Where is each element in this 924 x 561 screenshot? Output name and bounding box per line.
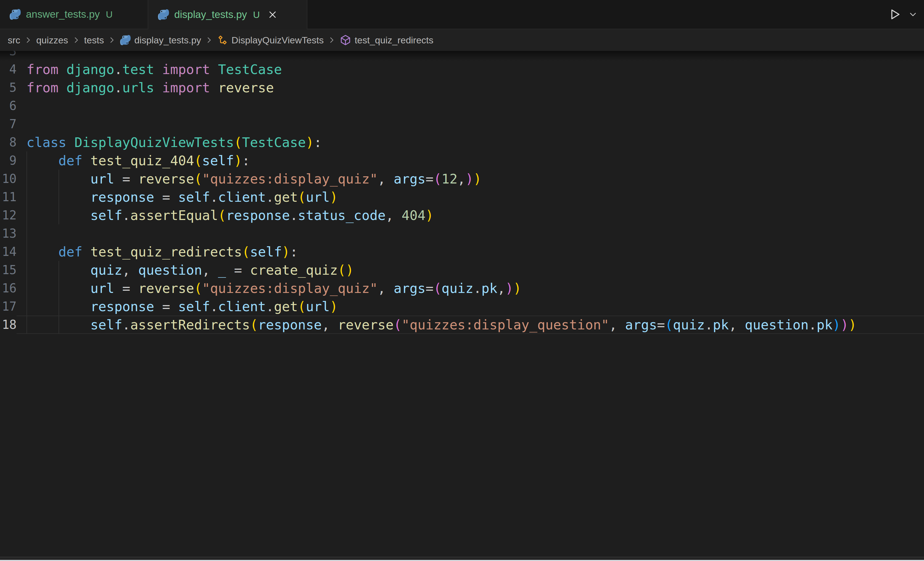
run-dropdown-chevron-icon[interactable] [909,10,917,19]
indent-guide [27,297,27,316]
code-line-14[interactable]: 14 def test_quiz_redirects(self): [0,243,924,261]
code-line-8[interactable]: 8class DisplayQuizViewTests(TestCase): [0,133,924,152]
python-file-icon [158,9,169,20]
code-text[interactable]: url = reverse("quizzes:display_quiz", ar… [16,170,924,188]
code-text[interactable]: class DisplayQuizViewTests(TestCase): [16,133,924,152]
breadcrumb-label: DisplayQuizViewTests [231,35,324,46]
indent-guide [27,224,27,243]
line-number: 17 [0,297,16,316]
code-line-3[interactable]: 3 [0,51,924,60]
breadcrumb-item-tests[interactable]: tests [84,35,104,46]
code-line-13[interactable]: 13 [0,224,924,243]
chevron-right-icon [24,36,32,44]
symbol-method-icon [340,34,351,46]
code-text[interactable]: response = self.client.get(url) [16,297,924,316]
line-number: 13 [0,224,16,243]
code-text[interactable]: from django.test import TestCase [16,60,924,78]
indent-guide [58,279,59,297]
line-number: 6 [0,97,16,115]
indent-guide [27,188,27,206]
line-number: 5 [0,78,16,97]
breadcrumb-item-class[interactable]: DisplayQuizViewTests [217,35,324,46]
line-number: 8 [0,133,16,152]
line-number: 16 [0,279,16,297]
code-line-16[interactable]: 16 url = reverse("quizzes:display_quiz",… [0,279,924,297]
code-text[interactable]: self.assertEqual(response.status_code, 4… [16,206,924,224]
code-text[interactable]: self.assertRedirects(response, reverse("… [16,316,924,334]
breadcrumb-item-quizzes[interactable]: quizzes [36,35,68,46]
code-line-9[interactable]: 9 def test_quiz_404(self): [0,152,924,170]
code-text[interactable] [16,51,924,60]
run-python-file-button[interactable] [889,8,902,21]
code-text[interactable]: def test_quiz_redirects(self): [16,243,924,261]
code-line-7[interactable]: 7 [0,115,924,133]
line-number: 15 [0,261,16,279]
code-text[interactable] [16,224,924,243]
indent-guide [27,243,27,261]
indent-guide [58,188,59,206]
chevron-right-icon [327,36,336,44]
code-line-4[interactable]: 4from django.test import TestCase [0,60,924,78]
chevron-right-icon [108,36,116,44]
code-line-5[interactable]: 5from django.urls import reverse [0,78,924,97]
code-text[interactable]: from django.urls import reverse [16,78,924,97]
breadcrumb: src quizzes tests display_tests.py [0,29,924,51]
editor-actions [889,0,917,29]
chevron-right-icon [72,36,80,44]
code-text[interactable] [16,97,924,115]
tab-answer-tests-py[interactable]: answer_tests.py U [0,0,148,29]
indent-guide [58,297,59,316]
code-line-6[interactable]: 6 [0,97,924,115]
line-number: 11 [0,188,16,206]
indent-guide [27,261,27,279]
close-icon[interactable] [267,9,279,21]
code-line-18[interactable]: 18 self.assertRedirects(response, revers… [0,316,924,334]
indent-guide [27,152,27,170]
python-file-icon [9,9,21,20]
python-file-icon [120,35,131,46]
line-number: 3 [0,51,16,60]
modified-badge: U [253,9,260,20]
code-text[interactable]: response = self.client.get(url) [16,188,924,206]
breadcrumb-label: src [8,35,20,46]
code-text[interactable]: quiz, question, _ = create_quiz() [16,261,924,279]
code-text[interactable] [16,115,924,133]
code-line-11[interactable]: 11 response = self.client.get(url) [0,188,924,206]
code-line-15[interactable]: 15 quiz, question, _ = create_quiz() [0,261,924,279]
window-bottom-strip [0,558,924,560]
line-number: 7 [0,115,16,133]
line-number: 18 [0,316,16,334]
taskbar-edge [0,560,924,561]
code-line-10[interactable]: 10 url = reverse("quizzes:display_quiz",… [0,170,924,188]
tab-label: answer_tests.py [26,9,100,20]
breadcrumb-label: test_quiz_redirects [355,35,433,46]
indent-guide [27,279,27,297]
breadcrumb-item-method[interactable]: test_quiz_redirects [340,34,433,46]
line-number: 4 [0,60,16,78]
indent-guide [58,170,59,188]
line-number: 14 [0,243,16,261]
tab-bar: answer_tests.py U display_tests.py U [0,0,924,29]
indent-guide [27,316,27,334]
indent-guide [27,170,27,188]
breadcrumb-label: tests [84,35,104,46]
editor[interactable]: 34from django.test import TestCase5from … [0,51,924,556]
line-number: 10 [0,170,16,188]
indent-guide [27,206,27,224]
code-text[interactable]: url = reverse("quizzes:display_quiz", ar… [16,279,924,297]
code-line-17[interactable]: 17 response = self.client.get(url) [0,297,924,316]
breadcrumb-item-src[interactable]: src [8,35,20,46]
breadcrumb-label: quizzes [36,35,68,46]
code-line-12[interactable]: 12 self.assertEqual(response.status_code… [0,206,924,224]
symbol-class-icon [217,35,228,46]
line-number: 9 [0,152,16,170]
code-text[interactable]: def test_quiz_404(self): [16,152,924,170]
code-area[interactable]: 34from django.test import TestCase5from … [0,51,924,334]
indent-guide [58,316,59,334]
tab-display-tests-py[interactable]: display_tests.py U [148,0,308,29]
line-number: 12 [0,206,16,224]
breadcrumb-item-file[interactable]: display_tests.py [120,35,201,46]
indent-guide [58,261,59,279]
indent-guide [58,206,59,224]
breadcrumb-label: display_tests.py [134,35,201,46]
